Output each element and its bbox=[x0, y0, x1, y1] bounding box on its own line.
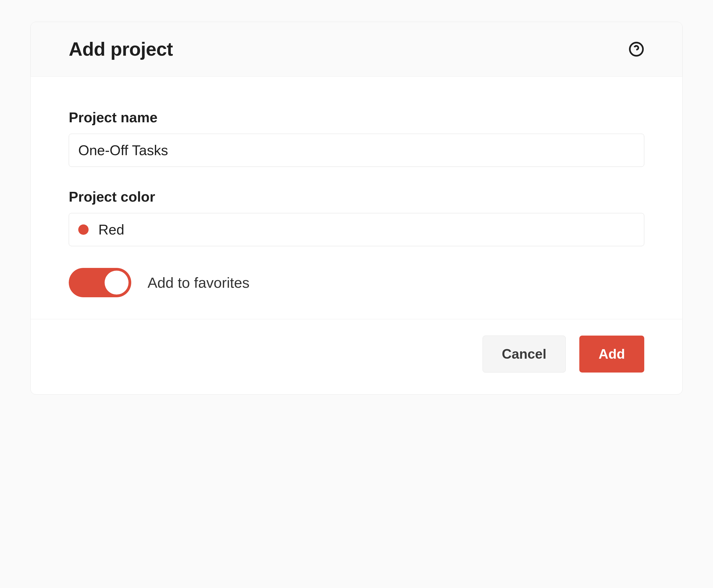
selected-color-name: Red bbox=[98, 222, 124, 238]
project-color-select[interactable]: Red bbox=[69, 213, 644, 246]
dialog-body: Project name Project color Red Add to fa… bbox=[31, 77, 682, 319]
project-name-input[interactable] bbox=[69, 134, 644, 167]
favorites-toggle[interactable] bbox=[69, 268, 131, 297]
toggle-thumb bbox=[105, 271, 128, 295]
project-name-label: Project name bbox=[69, 109, 644, 126]
help-icon[interactable] bbox=[629, 41, 644, 57]
project-color-label: Project color bbox=[69, 189, 644, 205]
favorites-toggle-label: Add to favorites bbox=[148, 274, 249, 291]
dialog-title: Add project bbox=[69, 38, 173, 60]
project-name-group: Project name bbox=[69, 109, 644, 167]
favorites-toggle-row: Add to favorites bbox=[69, 268, 644, 297]
cancel-button[interactable]: Cancel bbox=[483, 336, 566, 373]
dialog-header: Add project bbox=[31, 22, 682, 77]
dialog-footer: Cancel Add bbox=[31, 319, 682, 394]
project-color-group: Project color Red bbox=[69, 189, 644, 246]
add-button[interactable]: Add bbox=[579, 336, 644, 373]
color-swatch-icon bbox=[78, 225, 89, 235]
add-project-dialog: Add project Project name Project color R… bbox=[30, 22, 683, 395]
